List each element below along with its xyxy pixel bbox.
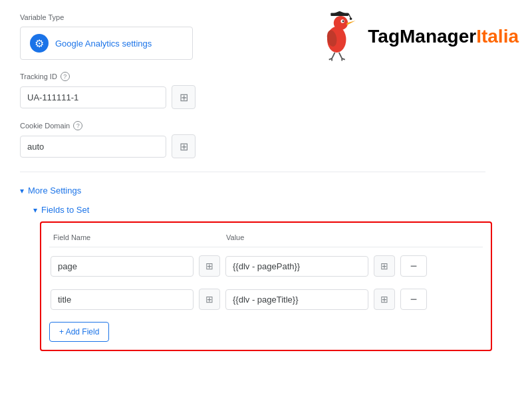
variable-type-selector[interactable]: ⚙ Google Analytics settings bbox=[20, 27, 193, 60]
tracking-id-help-icon[interactable]: ? bbox=[61, 72, 70, 81]
svg-point-3 bbox=[350, 18, 352, 21]
remove-row-btn-1[interactable]: − bbox=[400, 289, 427, 310]
logo-bird-icon bbox=[311, 10, 364, 63]
field-name-input-1[interactable] bbox=[51, 289, 194, 310]
more-settings-chevron-icon: ▾ bbox=[20, 186, 24, 196]
fields-to-set-chevron-icon: ▾ bbox=[33, 205, 37, 215]
svg-line-2 bbox=[348, 13, 351, 18]
field-name-input-0[interactable] bbox=[51, 256, 194, 277]
logo-area: TagManagerItalia bbox=[311, 10, 519, 63]
col-header-value: Value bbox=[226, 233, 386, 241]
fields-table-header: Field Name Value bbox=[49, 231, 483, 247]
tracking-id-row bbox=[20, 85, 485, 109]
cookie-domain-label: Cookie Domain ? bbox=[20, 121, 485, 130]
svg-marker-8 bbox=[347, 21, 356, 25]
cookie-domain-help-icon[interactable]: ? bbox=[73, 121, 82, 130]
svg-line-11 bbox=[339, 53, 342, 59]
brick-icon bbox=[380, 261, 388, 271]
cookie-domain-section: Cookie Domain ? bbox=[20, 121, 485, 158]
variable-type-value: Google Analytics settings bbox=[55, 39, 152, 49]
svg-point-7 bbox=[342, 21, 344, 23]
svg-point-5 bbox=[334, 16, 348, 30]
section-divider bbox=[20, 172, 485, 172]
field-name-plugin-btn-0[interactable] bbox=[199, 255, 220, 277]
tracking-id-input[interactable] bbox=[20, 86, 166, 108]
cookie-domain-input[interactable] bbox=[20, 136, 166, 158]
field-value-input-1[interactable] bbox=[225, 289, 368, 310]
field-value-plugin-btn-1[interactable] bbox=[374, 289, 395, 310]
gear-icon: ⚙ bbox=[30, 34, 49, 53]
field-value-input-0[interactable] bbox=[225, 256, 368, 277]
brick-icon bbox=[380, 294, 388, 305]
logo-text: TagManagerItalia bbox=[368, 26, 519, 47]
brick-icon bbox=[205, 261, 213, 271]
brick-icon bbox=[180, 91, 188, 104]
add-field-button[interactable]: + Add Field bbox=[49, 322, 109, 342]
col-header-field-name: Field Name bbox=[53, 233, 213, 241]
table-row: − bbox=[49, 286, 483, 313]
field-value-plugin-btn-0[interactable] bbox=[374, 255, 395, 277]
more-settings-label: More Settings bbox=[28, 186, 81, 196]
fields-table-container: Field Name Value − bbox=[40, 221, 492, 351]
more-settings-toggle[interactable]: ▾ More Settings bbox=[20, 186, 485, 196]
tracking-id-section: Tracking ID ? bbox=[20, 72, 485, 109]
brick-icon bbox=[180, 140, 188, 153]
fields-to-set-toggle[interactable]: ▾ Fields to Set bbox=[33, 205, 485, 215]
cookie-domain-row bbox=[20, 134, 485, 158]
tracking-id-label: Tracking ID ? bbox=[20, 72, 485, 81]
cookie-domain-plugin-button[interactable] bbox=[172, 134, 196, 158]
page-container: TagManagerItalia Variable Type ⚙ Google … bbox=[0, 0, 532, 399]
svg-line-10 bbox=[332, 53, 334, 59]
field-name-plugin-btn-1[interactable] bbox=[199, 289, 220, 310]
fields-to-set-label: Fields to Set bbox=[41, 205, 89, 215]
logo-black-text: TagManager bbox=[368, 26, 476, 47]
logo-orange-text: Italia bbox=[476, 26, 519, 47]
table-row: − bbox=[49, 253, 483, 279]
brick-icon bbox=[205, 294, 213, 305]
remove-row-btn-0[interactable]: − bbox=[400, 255, 427, 277]
tracking-id-plugin-button[interactable] bbox=[172, 85, 196, 109]
